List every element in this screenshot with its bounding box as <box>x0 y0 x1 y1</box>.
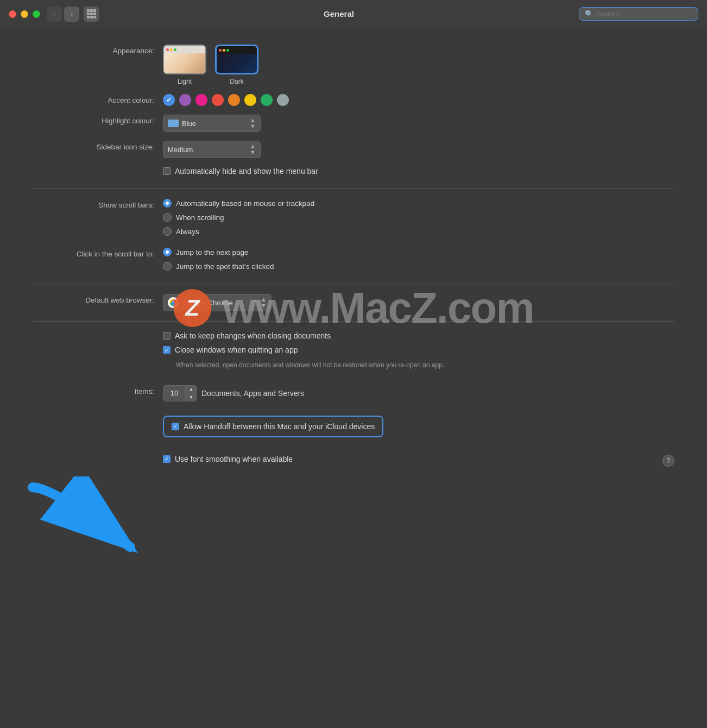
accent-pink[interactable] <box>195 94 207 106</box>
recent-items-suffix: Documents, Apps and Servers <box>201 389 304 398</box>
accent-gray[interactable] <box>277 94 289 106</box>
accent-colour-row: Accent colour: <box>33 94 674 106</box>
window-title: General <box>99 9 579 18</box>
click-clicked-spot-label: Jump to the spot that's clicked <box>176 262 274 271</box>
recent-items-row: items: 10 ▲ ▼ Documents, Apps and Server… <box>33 385 674 401</box>
dropdown-arrows-icon: ▲▼ <box>250 117 256 129</box>
menu-bar-checkbox-label: Automatically hide and show the menu bar <box>175 167 318 175</box>
recent-items-content: 10 ▲ ▼ Documents, Apps and Servers <box>163 385 674 401</box>
handoff-checkbox[interactable] <box>172 423 179 430</box>
appearance-content: Light Dark <box>163 45 674 85</box>
accent-orange[interactable] <box>228 94 240 106</box>
font-smoothing-checkbox[interactable] <box>163 455 171 463</box>
ask-keep-changes-row: Ask to keep changes when closing documen… <box>33 331 674 370</box>
stepper-container: 10 ▲ ▼ Documents, Apps and Servers <box>163 385 304 401</box>
scroll-always-radio[interactable] <box>163 227 172 236</box>
ask-keep-changes-label <box>33 331 163 334</box>
nav-buttons: ‹ › <box>47 7 99 22</box>
thumb-body-dark <box>217 54 257 74</box>
ask-keep-changes-checkbox[interactable] <box>163 332 171 340</box>
scroll-bars-label: Show scroll bars: <box>33 199 163 209</box>
stepper-buttons: ▲ ▼ <box>185 386 197 401</box>
font-smoothing-checkbox-row: Use font smoothing when available <box>163 455 293 463</box>
stepper-up-button[interactable]: ▲ <box>186 386 197 393</box>
default-browser-label: Default web browser: <box>33 294 163 304</box>
scroll-scrolling-radio[interactable] <box>163 213 172 222</box>
close-windows-label: Close windows when quitting an app <box>175 346 298 354</box>
scroll-bars-row: Show scroll bars: Automatically based on… <box>33 199 674 239</box>
highlight-colour-value: Blue <box>182 120 247 128</box>
click-scroll-content: Jump to the next page Jump to the spot t… <box>163 248 674 274</box>
handoff-row-label <box>33 416 163 418</box>
thumb-body-light <box>164 53 205 74</box>
search-icon: 🔍 <box>585 10 594 18</box>
divider-2 <box>33 284 674 284</box>
handoff-row: Allow Handoff between this Mac and your … <box>33 416 674 437</box>
menu-bar-label <box>33 167 163 169</box>
menu-bar-checkbox[interactable] <box>163 167 171 175</box>
thumb-titlebar-dark <box>217 46 257 54</box>
thumb-dot-yellow-d <box>223 49 225 52</box>
appearance-light-thumb <box>163 45 206 74</box>
font-smoothing-row-label <box>33 455 163 457</box>
recent-items-label: items: <box>33 385 163 396</box>
search-input[interactable] <box>597 10 692 18</box>
click-clicked-spot-row: Jump to the spot that's clicked <box>163 262 274 271</box>
scroll-auto-radio[interactable] <box>163 199 172 208</box>
help-button[interactable]: ? <box>662 455 674 467</box>
accent-colors <box>163 94 289 106</box>
forward-button[interactable]: › <box>64 7 79 22</box>
sidebar-icon-size-content: Medium ▲▼ <box>163 141 674 158</box>
recent-items-stepper[interactable]: 10 ▲ ▼ <box>163 385 197 401</box>
menu-bar-content: Automatically hide and show the menu bar <box>163 167 674 179</box>
appearance-row: Appearance: Light <box>33 45 674 85</box>
default-browser-dropdown[interactable]: Google Chrome ▲▼ <box>163 294 272 311</box>
accent-colour-content <box>163 94 674 106</box>
accent-green[interactable] <box>261 94 273 106</box>
browser-dropdown-arrows-icon: ▲▼ <box>261 297 267 309</box>
scroll-auto-row: Automatically based on mouse or trackpad <box>163 199 314 208</box>
click-clicked-spot-radio[interactable] <box>163 262 172 271</box>
titlebar: ‹ › General 🔍 <box>0 0 707 28</box>
arrow-annotation <box>11 476 195 576</box>
font-smoothing-row: Use font smoothing when available ? <box>33 455 674 467</box>
thumb-titlebar-light <box>164 46 205 53</box>
ask-keep-changes-label-text: Ask to keep changes when closing documen… <box>175 331 331 340</box>
minimize-button[interactable] <box>21 10 28 18</box>
close-windows-checkbox[interactable] <box>163 346 171 354</box>
click-scroll-row: Click in the scroll bar to: Jump to the … <box>33 248 674 274</box>
accent-purple[interactable] <box>179 94 191 106</box>
appearance-light-option[interactable]: Light <box>163 45 206 85</box>
sidebar-icon-size-label: Sidebar icon size: <box>33 141 163 151</box>
spacer-2 <box>33 410 674 416</box>
sidebar-icon-size-dropdown[interactable]: Medium ▲▼ <box>163 141 261 158</box>
spacer-3 <box>33 446 674 455</box>
traffic-lights <box>9 10 40 18</box>
click-next-page-radio[interactable] <box>163 248 172 256</box>
ask-keep-changes-content: Ask to keep changes when closing documen… <box>163 331 674 370</box>
highlight-colour-dropdown[interactable]: Blue ▲▼ <box>163 115 261 132</box>
click-scroll-label: Click in the scroll bar to: <box>33 248 163 258</box>
accent-blue[interactable] <box>163 94 175 106</box>
main-content: Z www.MacZ.com Appearance: Light <box>0 28 707 728</box>
accent-red[interactable] <box>212 94 224 106</box>
back-button[interactable]: ‹ <box>47 7 62 22</box>
handoff-label: Allow Handoff between this Mac and your … <box>184 422 375 431</box>
scroll-scrolling-row: When scrolling <box>163 213 224 222</box>
sidebar-dropdown-arrows-icon: ▲▼ <box>250 143 256 155</box>
stepper-down-button[interactable]: ▼ <box>186 393 197 401</box>
accent-yellow[interactable] <box>244 94 256 106</box>
default-browser-value: Google Chrome <box>183 299 256 307</box>
thumb-dot-green <box>174 48 176 51</box>
search-box[interactable]: 🔍 <box>579 7 698 21</box>
close-button[interactable] <box>9 10 16 18</box>
appearance-dark-label: Dark <box>230 78 243 85</box>
maximize-button[interactable] <box>33 10 40 18</box>
handoff-box: Allow Handoff between this Mac and your … <box>163 416 383 437</box>
thumb-dot-green-d <box>226 49 229 52</box>
appearance-dark-option[interactable]: Dark <box>215 45 258 85</box>
divider-1 <box>33 189 674 189</box>
grid-button[interactable] <box>84 7 99 22</box>
appearance-light-label: Light <box>178 78 192 85</box>
highlight-colour-content: Blue ▲▼ <box>163 115 674 132</box>
